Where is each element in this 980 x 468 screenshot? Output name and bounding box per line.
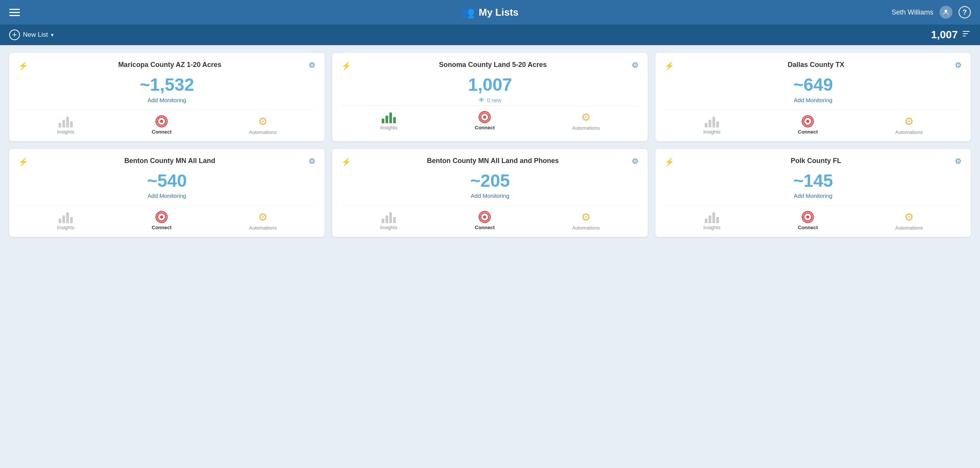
automations-label: Automations [572,225,600,231]
card-actions: Insights Connect ⚙ Automations [18,109,315,135]
insights-action[interactable]: Insights [703,211,720,231]
toolbar: + New List ▾ 1,007 [0,24,980,45]
card-title: Maricopa County AZ 1-20 Acres [118,60,222,69]
title-center-wrap: Polk County FL [677,157,955,165]
card-header: ⚡ Benton County MN All Land ⚙ [18,157,315,166]
automations-action[interactable]: ⚙ Automations [895,211,923,231]
card-header: ⚡ Sonoma County Land 5-20 Acres ⚙ [341,60,639,70]
list-card-6: ⚡ Polk County FL ⚙ ~145 Add Monitoring I… [655,149,971,237]
settings-icon[interactable]: ⚙ [955,157,962,166]
title-center-wrap: Maricopa County AZ 1-20 Acres [31,60,309,69]
add-monitoring-link[interactable]: Add Monitoring [665,192,962,199]
list-card-4: ⚡ Benton County MN All Land ⚙ ~540 Add M… [9,149,325,237]
list-card-1: ⚡ Maricopa County AZ 1-20 Acres ⚙ ~1,532… [9,53,325,141]
automations-label: Automations [249,129,277,135]
connect-action[interactable]: Connect [798,115,818,135]
card-count: ~540 [18,171,315,191]
automations-action[interactable]: ⚙ Automations [249,115,277,135]
connect-icon [802,115,814,127]
connect-icon [155,115,168,127]
connect-label: Connect [798,129,818,135]
people-icon: 👥 [461,6,475,19]
card-title: Sonoma County Land 5-20 Acres [439,60,547,69]
insights-action[interactable]: Insights [57,211,74,231]
settings-icon[interactable]: ⚙ [955,60,962,70]
card-count: 1,007 [341,75,639,95]
lightning-icon: ⚡ [18,61,28,70]
new-list-label: New List [23,31,48,39]
connect-icon [479,111,491,123]
card-title-area: ⚡ Benton County MN All Land and Phones [341,157,632,166]
title-center-wrap: Benton County MN All Land [31,157,309,165]
insights-icon [59,115,73,127]
card-header: ⚡ Maricopa County AZ 1-20 Acres ⚙ [18,60,315,70]
card-actions: Insights Connect ⚙ Automations [665,205,962,231]
insights-label: Insights [380,225,397,230]
insights-label: Insights [57,225,74,230]
list-card-5: ⚡ Benton County MN All Land and Phones ⚙… [332,149,648,237]
automations-label: Automations [895,129,923,135]
card-count: ~205 [341,171,639,191]
settings-icon[interactable]: ⚙ [309,157,315,166]
add-monitoring-link[interactable]: Add Monitoring [18,97,315,103]
user-name: Seth Williams [892,8,933,16]
card-header: ⚡ Dallas County TX ⚙ [665,60,962,70]
automations-label: Automations [249,225,277,231]
connect-action[interactable]: Connect [152,115,172,135]
header-title-area: 👥 My Lists [461,6,518,19]
insights-action[interactable]: Insights [703,115,720,135]
connect-action[interactable]: Connect [475,211,495,231]
lightning-icon: ⚡ [341,157,351,166]
lightning-icon: ⚡ [665,157,674,166]
new-count-label: 0 new [487,97,501,103]
insights-action[interactable]: Insights [57,115,74,135]
card-count: ~145 [665,171,962,191]
add-monitoring-link[interactable]: Add Monitoring [18,192,315,199]
connect-action[interactable]: Connect [798,211,818,231]
connect-label: Connect [475,225,495,230]
add-monitoring-link[interactable]: Add Monitoring [341,192,639,199]
main-header: 👥 My Lists Seth Williams ? [0,0,980,24]
connect-icon [479,211,491,223]
svg-point-0 [945,10,947,12]
settings-icon[interactable]: ⚙ [632,157,639,166]
card-header: ⚡ Polk County FL ⚙ [665,157,962,166]
insights-icon [705,211,719,223]
card-title-area: ⚡ Dallas County TX [665,60,955,70]
automations-action[interactable]: ⚙ Automations [895,115,923,135]
automations-action[interactable]: ⚙ Automations [572,111,600,131]
automations-action[interactable]: ⚙ Automations [249,211,277,231]
automations-icon: ⚙ [904,211,914,223]
monitoring-status: 👁 0 new [341,97,639,104]
insights-label: Insights [380,125,397,130]
settings-icon[interactable]: ⚙ [309,60,315,70]
title-center-wrap: Benton County MN All Land and Phones [354,157,632,165]
settings-icon[interactable]: ⚙ [632,60,639,70]
connect-action[interactable]: Connect [152,211,172,231]
total-count: 1,007 [931,29,958,41]
hamburger-menu[interactable] [9,9,20,16]
sort-icon[interactable] [962,29,971,41]
lightning-icon: ⚡ [665,61,674,70]
connect-label: Connect [152,129,172,135]
add-monitoring-link[interactable]: Add Monitoring [665,97,962,103]
card-actions: Insights Connect ⚙ Automations [665,109,962,135]
card-title-area: ⚡ Maricopa County AZ 1-20 Acres [18,60,309,70]
automations-action[interactable]: ⚙ Automations [572,211,600,231]
automations-icon: ⚙ [258,115,268,128]
help-button[interactable]: ? [959,6,971,18]
card-title-area: ⚡ Polk County FL [665,157,955,166]
insights-icon [382,111,396,123]
card-count: ~649 [665,75,962,95]
list-card-3: ⚡ Dallas County TX ⚙ ~649 Add Monitoring… [655,53,971,141]
user-avatar[interactable] [939,6,952,19]
cards-grid: ⚡ Maricopa County AZ 1-20 Acres ⚙ ~1,532… [0,45,980,245]
insights-action[interactable]: Insights [380,211,397,231]
chevron-down-icon: ▾ [51,32,54,38]
insights-action[interactable]: Insights [380,111,397,131]
connect-icon [802,211,814,223]
card-title: Dallas County TX [787,60,844,69]
automations-icon: ⚙ [581,111,591,124]
connect-action[interactable]: Connect [475,111,495,131]
new-list-button[interactable]: + New List ▾ [9,29,54,40]
